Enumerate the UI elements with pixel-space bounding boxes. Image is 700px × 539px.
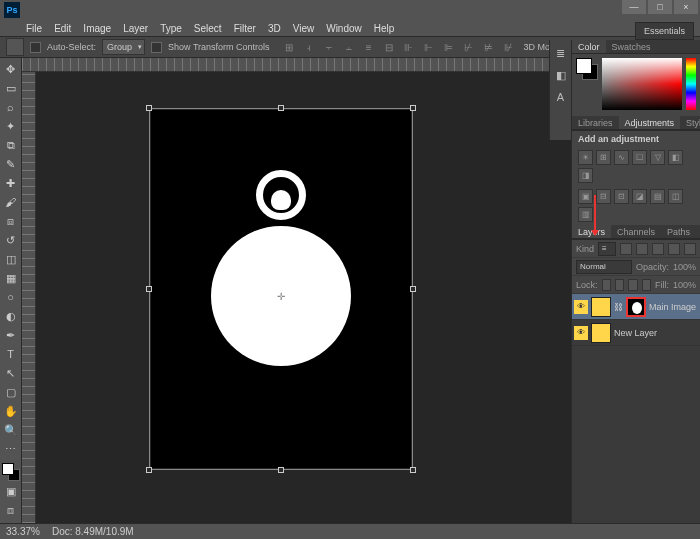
- handle-ml[interactable]: [146, 286, 152, 292]
- tab-swatches[interactable]: Swatches: [606, 40, 657, 53]
- ruler-horizontal[interactable]: [22, 58, 571, 72]
- type-tool[interactable]: T: [1, 345, 21, 363]
- gradient-tool[interactable]: ▦: [1, 269, 21, 287]
- wand-tool[interactable]: ✦: [1, 117, 21, 135]
- adj-photo-icon[interactable]: ▣: [578, 189, 593, 204]
- canvas-area[interactable]: ✛: [36, 72, 571, 523]
- adj-mixer-icon[interactable]: ⊟: [596, 189, 611, 204]
- pen-tool[interactable]: ✒: [1, 326, 21, 344]
- maximize-button[interactable]: □: [648, 0, 672, 14]
- lasso-tool[interactable]: ⌕: [1, 98, 21, 116]
- align-icon[interactable]: ⫟: [320, 39, 338, 55]
- adj-hue-icon[interactable]: ◧: [668, 150, 683, 165]
- menu-type[interactable]: Type: [160, 23, 182, 34]
- layer-thumbnail[interactable]: [591, 297, 611, 317]
- fg-bg-swatch[interactable]: [576, 58, 598, 80]
- doc-size[interactable]: Doc: 8.49M/10.9M: [52, 526, 134, 537]
- align-icon[interactable]: ⫠: [340, 39, 358, 55]
- adj-exposure-icon[interactable]: ☐: [632, 150, 647, 165]
- menu-filter[interactable]: Filter: [234, 23, 256, 34]
- shape-tool[interactable]: ▢: [1, 383, 21, 401]
- align-icon[interactable]: ⊭: [480, 39, 498, 55]
- menu-select[interactable]: Select: [194, 23, 222, 34]
- handle-tl[interactable]: [146, 105, 152, 111]
- adj-levels-icon[interactable]: ⊞: [596, 150, 611, 165]
- zoom-tool[interactable]: 🔍: [1, 421, 21, 439]
- filter-smart-icon[interactable]: [684, 243, 696, 255]
- minimize-button[interactable]: —: [622, 0, 646, 14]
- path-tool[interactable]: ↖: [1, 364, 21, 382]
- brush-tool[interactable]: 🖌: [1, 193, 21, 211]
- adj-lookup-icon[interactable]: ⊡: [614, 189, 629, 204]
- handle-mr[interactable]: [410, 286, 416, 292]
- workspace-switcher[interactable]: Essentials: [635, 22, 694, 40]
- adj-grad-icon[interactable]: ▥: [578, 207, 593, 222]
- menu-layer[interactable]: Layer: [123, 23, 148, 34]
- align-icon[interactable]: ⊫: [440, 39, 458, 55]
- tab-libraries[interactable]: Libraries: [572, 116, 619, 129]
- auto-select-checkbox[interactable]: [30, 42, 41, 53]
- color-swatches[interactable]: [2, 463, 20, 481]
- filter-pixel-icon[interactable]: [620, 243, 632, 255]
- align-icon[interactable]: ⊞: [280, 39, 298, 55]
- color-picker[interactable]: [602, 58, 682, 110]
- handle-tm[interactable]: [278, 105, 284, 111]
- link-icon[interactable]: ⛓: [614, 302, 623, 312]
- adj-vibrance-icon[interactable]: ▽: [650, 150, 665, 165]
- properties-icon[interactable]: ◧: [552, 66, 570, 84]
- menu-help[interactable]: Help: [374, 23, 395, 34]
- layer-name[interactable]: New Layer: [614, 328, 657, 338]
- menu-window[interactable]: Window: [326, 23, 362, 34]
- align-icon[interactable]: ⊟: [380, 39, 398, 55]
- tab-channels[interactable]: Channels: [611, 225, 661, 238]
- heal-tool[interactable]: ✚: [1, 174, 21, 192]
- tab-color[interactable]: Color: [572, 40, 606, 53]
- menu-view[interactable]: View: [293, 23, 315, 34]
- blend-mode-dropdown[interactable]: Normal: [576, 260, 632, 274]
- adj-brightness-icon[interactable]: ☀: [578, 150, 593, 165]
- menu-3d[interactable]: 3D: [268, 23, 281, 34]
- adj-poster-icon[interactable]: ▤: [650, 189, 665, 204]
- handle-br[interactable]: [410, 467, 416, 473]
- menu-image[interactable]: Image: [83, 23, 111, 34]
- adj-bw-icon[interactable]: ◨: [578, 168, 593, 183]
- filter-type-icon[interactable]: [652, 243, 664, 255]
- handle-tr[interactable]: [410, 105, 416, 111]
- more-tools[interactable]: ⋯: [1, 440, 21, 458]
- history-icon[interactable]: ≣: [552, 44, 570, 62]
- character-icon[interactable]: A: [552, 88, 570, 106]
- lock-pos-icon[interactable]: [628, 279, 637, 291]
- align-icon[interactable]: ⊪: [400, 39, 418, 55]
- adj-invert-icon[interactable]: ◪: [632, 189, 647, 204]
- zoom-level[interactable]: 33.37%: [6, 526, 40, 537]
- tab-adjustments[interactable]: Adjustments: [619, 116, 681, 129]
- fill-value[interactable]: 100%: [673, 280, 696, 290]
- lock-pixel-icon[interactable]: [615, 279, 624, 291]
- align-icon[interactable]: ≡: [360, 39, 378, 55]
- handle-bl[interactable]: [146, 467, 152, 473]
- layer-name[interactable]: Main Image: [649, 302, 696, 312]
- align-icon[interactable]: ⊩: [420, 39, 438, 55]
- eraser-tool[interactable]: ◫: [1, 250, 21, 268]
- screen-mode[interactable]: ⧈: [1, 501, 21, 519]
- menu-file[interactable]: File: [26, 23, 42, 34]
- adj-thresh-icon[interactable]: ◫: [668, 189, 683, 204]
- layer-thumbnail[interactable]: [591, 323, 611, 343]
- blur-tool[interactable]: ○: [1, 288, 21, 306]
- close-button[interactable]: ×: [674, 0, 698, 14]
- filter-shape-icon[interactable]: [668, 243, 680, 255]
- ruler-vertical[interactable]: [22, 72, 36, 523]
- align-icon[interactable]: ⫞: [300, 39, 318, 55]
- adj-curves-icon[interactable]: ∿: [614, 150, 629, 165]
- marquee-tool[interactable]: ▭: [1, 79, 21, 97]
- layer-row[interactable]: 👁 New Layer: [572, 320, 700, 346]
- visibility-icon[interactable]: 👁: [574, 326, 588, 340]
- align-icon[interactable]: ⊬: [460, 39, 478, 55]
- show-transform-checkbox[interactable]: [151, 42, 162, 53]
- lock-trans-icon[interactable]: [602, 279, 611, 291]
- align-icon[interactable]: ⊮: [500, 39, 518, 55]
- crop-tool[interactable]: ⧉: [1, 136, 21, 154]
- eyedropper-tool[interactable]: ✎: [1, 155, 21, 173]
- kind-dropdown[interactable]: ≡: [598, 242, 616, 256]
- layer-mask-thumbnail[interactable]: [626, 297, 646, 317]
